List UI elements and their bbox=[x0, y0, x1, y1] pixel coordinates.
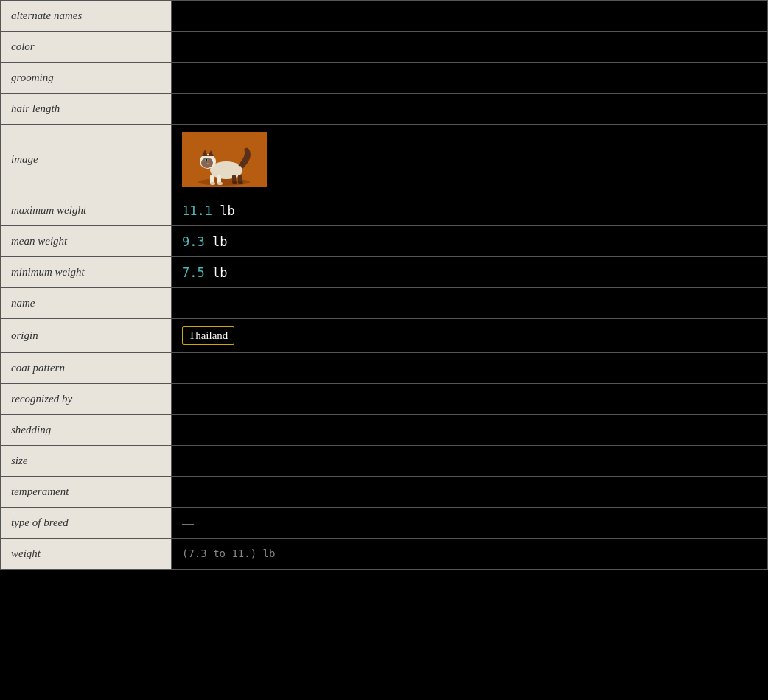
row-label-mean-weight: mean weight bbox=[1, 226, 172, 257]
row-value-size bbox=[172, 446, 768, 477]
svg-rect-15 bbox=[217, 182, 223, 185]
row-label-shedding: shedding bbox=[1, 415, 172, 446]
table-row-image: image bbox=[1, 125, 768, 195]
row-value-type-of-breed: — bbox=[172, 508, 768, 539]
row-label-grooming: grooming bbox=[1, 63, 172, 94]
row-value-image bbox=[172, 125, 768, 195]
row-value-mean-weight: 9.3 lb bbox=[172, 226, 768, 257]
weight-unit: lb bbox=[205, 265, 228, 280]
type-dash-value: — bbox=[182, 517, 194, 529]
svg-point-10 bbox=[206, 159, 207, 161]
weight-range-value: (7.3 to 11.) lb bbox=[182, 547, 275, 559]
cat-image bbox=[182, 132, 267, 187]
table-row: color bbox=[1, 32, 768, 63]
row-value-color bbox=[172, 32, 768, 63]
table-row: origin Thailand bbox=[1, 319, 768, 353]
row-label-minimum-weight: minimum weight bbox=[1, 257, 172, 288]
row-value-maximum-weight: 11.1 lb bbox=[172, 195, 768, 226]
cat-illustration bbox=[182, 132, 267, 187]
table-row: name bbox=[1, 288, 768, 319]
row-value-shedding bbox=[172, 415, 768, 446]
svg-point-11 bbox=[207, 163, 209, 164]
row-value-temperament bbox=[172, 477, 768, 508]
row-label-image: image bbox=[1, 125, 172, 195]
row-label-name: name bbox=[1, 288, 172, 319]
table-row: minimum weight 7.5 lb bbox=[1, 257, 768, 288]
origin-tag[interactable]: Thailand bbox=[182, 326, 234, 345]
row-value-hair-length bbox=[172, 94, 768, 125]
table-row: recognized by bbox=[1, 384, 768, 415]
row-label-type-of-breed: type of breed bbox=[1, 508, 172, 539]
table-row: mean weight 9.3 lb bbox=[1, 226, 768, 257]
table-row: alternate names bbox=[1, 1, 768, 32]
row-value-weight: (7.3 to 11.) lb bbox=[172, 539, 768, 570]
row-value-origin: Thailand bbox=[172, 319, 768, 353]
row-value-grooming bbox=[172, 63, 768, 94]
svg-rect-13 bbox=[210, 182, 215, 185]
weight-number: 11.1 bbox=[182, 203, 212, 218]
row-label-hair-length: hair length bbox=[1, 94, 172, 125]
data-table: alternate names color grooming hair leng… bbox=[0, 0, 768, 570]
table-row: type of breed — bbox=[1, 508, 768, 539]
svg-rect-19 bbox=[238, 181, 243, 184]
weight-number: 9.3 bbox=[182, 234, 205, 249]
table-row: size bbox=[1, 446, 768, 477]
row-value-coat-pattern bbox=[172, 353, 768, 384]
row-value-minimum-weight: 7.5 lb bbox=[172, 257, 768, 288]
table-row: hair length bbox=[1, 94, 768, 125]
row-label-weight: weight bbox=[1, 539, 172, 570]
row-label-temperament: temperament bbox=[1, 477, 172, 508]
row-label-coat-pattern: coat pattern bbox=[1, 353, 172, 384]
table-row: weight (7.3 to 11.) lb bbox=[1, 539, 768, 570]
row-label-recognized-by: recognized by bbox=[1, 384, 172, 415]
row-value-recognized-by bbox=[172, 384, 768, 415]
row-label-origin: origin bbox=[1, 319, 172, 353]
svg-rect-17 bbox=[232, 181, 237, 184]
weight-unit: lb bbox=[205, 234, 228, 249]
row-label-size: size bbox=[1, 446, 172, 477]
weight-unit: lb bbox=[212, 203, 235, 218]
row-label-maximum-weight: maximum weight bbox=[1, 195, 172, 226]
table-row: grooming bbox=[1, 63, 768, 94]
row-label-color: color bbox=[1, 32, 172, 63]
row-label-alternate-names: alternate names bbox=[1, 1, 172, 32]
table-row: shedding bbox=[1, 415, 768, 446]
table-row: maximum weight 11.1 lb bbox=[1, 195, 768, 226]
table-row: temperament bbox=[1, 477, 768, 508]
weight-number: 7.5 bbox=[182, 265, 205, 280]
row-value-name bbox=[172, 288, 768, 319]
row-value-alternate-names bbox=[172, 1, 768, 32]
table-row: coat pattern bbox=[1, 353, 768, 384]
